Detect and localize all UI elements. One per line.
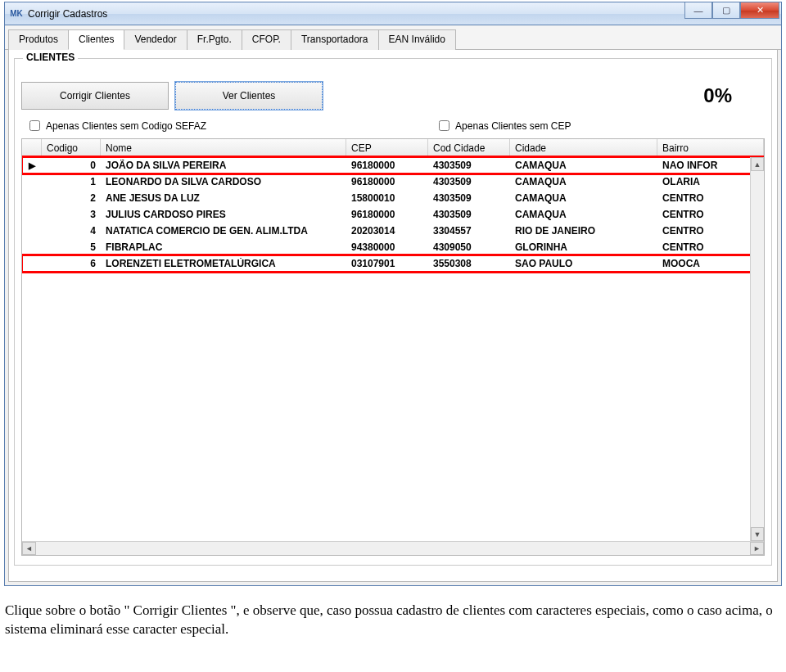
cell-nome: JULIUS CARDOSO PIRES [101,209,346,220]
cell-cidade: CAMAQUA [510,192,657,204]
cell-codcidade: 4303509 [428,160,510,171]
check-sem-codigo-label: Apenas Clientes sem Codigo SEFAZ [46,120,206,132]
titlebar: MK Corrigir Cadastros — ▢ ✕ [5,2,781,25]
tab-fr-pgto-[interactable]: Fr.Pgto. [187,29,242,50]
window-title: Corrigir Cadastros [28,8,107,20]
cell-codcidade: 4303509 [428,192,510,204]
tab-panel-clientes: CLIENTES Corrigir Clientes Ver Clientes … [8,50,778,582]
scroll-right-icon[interactable]: ► [750,542,764,555]
cell-cep: 20203014 [346,225,428,237]
cell-codigo: 2 [42,192,101,204]
cell-codigo: 0 [42,160,101,171]
maximize-button[interactable]: ▢ [712,2,740,19]
cell-nome: LORENZETI ELETROMETALÚRGICA [101,258,346,269]
ver-clientes-button[interactable]: Ver Clientes [175,82,323,110]
col-marker [22,139,42,156]
instruction-text: Clique sobre o botão " Corrigir Clientes… [5,602,775,639]
minimize-button[interactable]: — [684,2,712,19]
vertical-scrollbar[interactable]: ▲ ▼ [750,157,764,541]
close-button[interactable]: ✕ [740,2,779,19]
cell-cidade: CAMAQUA [510,209,657,220]
table-row[interactable]: 2ANE JESUS DA LUZ158000104303509CAMAQUAC… [22,190,764,206]
tab-clientes[interactable]: Clientes [68,29,124,50]
table-row[interactable]: 6LORENZETI ELETROMETALÚRGICA031079013550… [22,255,764,272]
data-grid[interactable]: Codigo Nome CEP Cod Cidade Cidade Bairro… [21,138,765,556]
cell-codigo: 5 [42,241,101,253]
col-bairro[interactable]: Bairro [657,139,764,156]
cell-bairro: OLARIA [657,176,764,187]
scroll-down-icon[interactable]: ▼ [751,527,764,541]
tabs-strip: ProdutosClientesVendedorFr.Pgto.CFOP.Tra… [5,25,781,50]
cell-codigo: 3 [42,209,101,220]
cell-cep: 94380000 [346,241,428,253]
check-sem-codigo-input[interactable] [29,120,40,131]
cell-cidade: SAO PAULO [510,258,657,269]
progress-label: 0% [703,84,732,107]
cell-cep: 03107901 [346,258,428,269]
cell-codcidade: 3304557 [428,225,510,237]
cell-codigo: 1 [42,176,101,187]
cell-bairro: CENTRO [657,209,764,220]
cell-nome: NATATICA COMERCIO DE GEN. ALIM.LTDA [101,225,346,237]
tab-vendedor[interactable]: Vendedor [124,29,187,50]
cell-cidade: CAMAQUA [510,160,657,171]
grid-header: Codigo Nome CEP Cod Cidade Cidade Bairro [22,139,764,157]
groupbox-title: CLIENTES [23,52,78,63]
cell-codigo: 4 [42,225,101,237]
table-row[interactable]: 5FIBRAPLAC943800004309050GLORINHACENTRO [22,239,764,255]
cell-nome: LEONARDO DA SILVA CARDOSO [101,176,346,187]
cell-codcidade: 3550308 [428,258,510,269]
cell-codcidade: 4303509 [428,176,510,187]
corrigir-clientes-button[interactable]: Corrigir Clientes [21,82,169,110]
cell-cidade: RIO DE JANEIRO [510,225,657,237]
table-row[interactable]: ▶0JOÃO DA SILVA PEREIRA961800004303509CA… [22,157,764,174]
cell-cidade: GLORINHA [510,241,657,253]
cell-nome: FIBRAPLAC [101,241,346,253]
col-cidade[interactable]: Cidade [510,139,657,156]
cell-codcidade: 4309050 [428,241,510,253]
tab-transportadora[interactable]: Transportadora [291,29,379,50]
check-sem-cep[interactable]: Apenas Clientes sem CEP [436,118,571,133]
cell-bairro: NAO INFOR [657,160,764,171]
scroll-left-icon[interactable]: ◄ [22,542,36,555]
cell-bairro: CENTRO [657,241,764,253]
check-sem-codigo[interactable]: Apenas Clientes sem Codigo SEFAZ [26,118,206,133]
cell-cep: 96180000 [346,176,428,187]
cell-bairro: MOOCA [657,258,764,269]
groupbox-clientes: CLIENTES Corrigir Clientes Ver Clientes … [14,58,772,566]
cell-cidade: CAMAQUA [510,176,657,187]
col-nome[interactable]: Nome [101,139,346,156]
tab-cfop-[interactable]: CFOP. [242,29,291,50]
cell-bairro: CENTRO [657,225,764,237]
cell-nome: ANE JESUS DA LUZ [101,192,346,204]
table-row[interactable]: 3JULIUS CARDOSO PIRES961800004303509CAMA… [22,206,764,223]
table-row[interactable]: 1LEONARDO DA SILVA CARDOSO96180000430350… [22,174,764,190]
horizontal-scrollbar[interactable]: ◄ ► [22,541,764,555]
check-sem-cep-input[interactable] [439,120,449,131]
grid-rows: ▶0JOÃO DA SILVA PEREIRA961800004303509CA… [22,157,764,272]
window-buttons: — ▢ ✕ [684,2,779,19]
col-codcidade[interactable]: Cod Cidade [428,139,510,156]
row-marker: ▶ [22,160,42,171]
col-codigo[interactable]: Codigo [42,139,101,156]
cell-cep: 96180000 [346,160,428,171]
cell-codigo: 6 [42,258,101,269]
cell-bairro: CENTRO [657,192,764,204]
tab-produtos[interactable]: Produtos [8,29,69,50]
button-row: Corrigir Clientes Ver Clientes 0% [21,82,765,110]
checkbox-row: Apenas Clientes sem Codigo SEFAZ Apenas … [21,116,765,138]
cell-nome: JOÃO DA SILVA PEREIRA [101,160,346,171]
table-row[interactable]: 4NATATICA COMERCIO DE GEN. ALIM.LTDA2020… [22,223,764,239]
check-sem-cep-label: Apenas Clientes sem CEP [455,120,571,132]
app-window: MK Corrigir Cadastros — ▢ ✕ ProdutosClie… [4,2,782,586]
scroll-up-icon[interactable]: ▲ [751,157,764,171]
cell-cep: 15800010 [346,192,428,204]
tab-ean-inv-lido[interactable]: EAN Inválido [378,29,456,50]
app-icon: MK [10,7,23,20]
cell-codcidade: 4303509 [428,209,510,220]
col-cep[interactable]: CEP [346,139,428,156]
cell-cep: 96180000 [346,209,428,220]
